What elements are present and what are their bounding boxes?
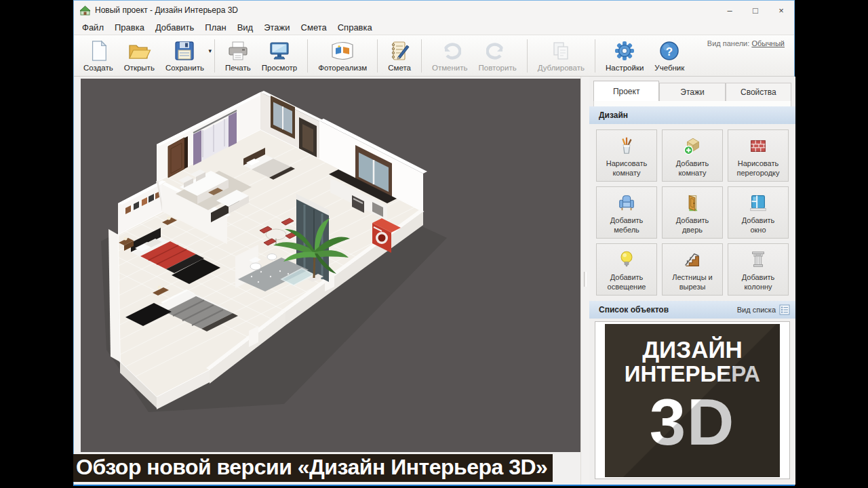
open-project-button[interactable]: Открыть xyxy=(119,37,160,75)
menu-file[interactable]: Файл xyxy=(77,21,109,34)
toolbar-separator xyxy=(527,39,528,73)
new-project-button[interactable]: Создать xyxy=(78,37,119,75)
draw-partition-button[interactable]: Нарисовать перегородку xyxy=(728,129,789,182)
svg-text:?: ? xyxy=(666,45,673,58)
list-view-label: Вид списка xyxy=(737,306,776,314)
panel-splitter[interactable] xyxy=(580,77,589,485)
panel-tabs: Проект Этажи Свойства xyxy=(589,77,795,101)
duplicate-button: Дублировать xyxy=(532,37,590,75)
toolbar: Создать Открыть xyxy=(74,35,794,77)
bidet xyxy=(267,254,277,260)
furniture-armchair-icon xyxy=(616,190,637,215)
monitor-icon xyxy=(268,39,291,63)
panel-view-value-link[interactable]: Обычный xyxy=(751,39,785,47)
door-icon xyxy=(682,190,703,215)
duplicate-icon xyxy=(550,39,572,63)
estimate-notepad-icon xyxy=(389,39,410,63)
menu-estimate[interactable]: Смета xyxy=(296,21,332,34)
tab-content-top xyxy=(593,101,791,106)
photorealism-button[interactable]: Фотореализм xyxy=(313,37,372,75)
print-button[interactable]: Печать xyxy=(220,37,256,75)
new-document-icon xyxy=(88,39,108,63)
logo-line-1: ДИЗАЙН xyxy=(642,338,743,363)
undo-button: Отменить xyxy=(427,37,473,75)
panel-view-label: Вид панели: xyxy=(707,39,749,47)
list-view-icon[interactable] xyxy=(779,304,790,315)
window-icon xyxy=(748,190,768,215)
right-panel: Проект Этажи Свойства Дизайн xyxy=(589,77,795,485)
add-room-icon xyxy=(682,134,703,158)
redo-button: Повторить xyxy=(473,37,522,75)
object-list[interactable]: ДИЗАЙН ИНТЕРЬЕРА 3D xyxy=(595,321,790,479)
open-folder-icon xyxy=(127,39,151,63)
estimate-button[interactable]: Смета xyxy=(382,37,416,75)
logo-line-3: 3D xyxy=(650,391,736,453)
add-door-button[interactable]: Добавить дверь xyxy=(662,186,723,239)
app-house-icon xyxy=(79,5,91,16)
menu-help[interactable]: Справка xyxy=(332,21,378,34)
floorplan-3d-scene xyxy=(81,79,580,452)
preview-button[interactable]: Просмотр xyxy=(256,37,303,75)
tab-floors[interactable]: Этажи xyxy=(659,83,725,101)
settings-button[interactable]: Настройки xyxy=(600,37,649,75)
close-button[interactable]: × xyxy=(768,1,794,20)
objects-section-header: Список объектов Вид списка xyxy=(589,301,795,319)
save-floppy-icon xyxy=(174,39,195,63)
column-icon xyxy=(748,247,768,272)
menu-edit[interactable]: Правка xyxy=(109,21,150,34)
tab-properties[interactable]: Свойства xyxy=(726,83,791,101)
logo-line-2: ИНТЕРЬЕРА xyxy=(625,362,760,386)
menu-plan[interactable]: План xyxy=(199,21,231,34)
add-window-button[interactable]: Добавить окно xyxy=(728,186,789,239)
menu-view[interactable]: Вид xyxy=(232,21,259,34)
add-column-button[interactable]: Добавить колонну xyxy=(728,243,789,296)
menu-bar: Файл Правка Добавить План Вид Этажи Смет… xyxy=(74,20,794,35)
design-section-title: Дизайн xyxy=(599,110,628,120)
add-furniture-button[interactable]: Добавить мебель xyxy=(596,186,657,239)
redo-icon xyxy=(486,39,509,63)
video-caption: Обзор новой версии «Дизайн Интерьера 3D» xyxy=(73,454,553,482)
gear-icon xyxy=(614,39,635,63)
save-dropdown-arrow[interactable]: ▾ xyxy=(209,47,212,54)
help-icon: ? xyxy=(658,39,680,63)
objects-section-title: Список объектов xyxy=(599,305,669,314)
photorealism-icon xyxy=(330,39,355,63)
partition-brick-icon xyxy=(748,134,768,158)
toolbar-separator xyxy=(214,39,215,73)
splitter-grip-icon xyxy=(584,272,587,287)
title-bar: Новый проект - Дизайн Интерьера 3D – □ × xyxy=(74,1,794,20)
toolbar-separator xyxy=(595,39,595,73)
toolbar-separator xyxy=(421,39,422,73)
app-window: Новый проект - Дизайн Интерьера 3D – □ ×… xyxy=(73,0,795,486)
menu-floors[interactable]: Этажи xyxy=(258,21,295,34)
stairs-icon xyxy=(682,247,703,272)
tutorial-button[interactable]: ? Учебник xyxy=(649,37,690,75)
menu-add[interactable]: Добавить xyxy=(150,21,199,34)
add-room-button[interactable]: Добавить комнату xyxy=(662,129,723,182)
panel-view-setting: Вид панели: Обычный xyxy=(707,37,790,75)
add-lighting-button[interactable]: Добавить освещение xyxy=(596,243,657,296)
toilet xyxy=(250,263,261,270)
tab-project[interactable]: Проект xyxy=(593,81,659,101)
minimize-button[interactable]: – xyxy=(717,1,743,20)
printer-icon xyxy=(226,39,250,63)
main-area: Проект Этажи Свойства Дизайн xyxy=(74,77,794,485)
draw-room-icon xyxy=(616,134,637,158)
toolbar-separator xyxy=(307,39,308,73)
3d-viewport[interactable] xyxy=(81,79,580,452)
maximize-button[interactable]: □ xyxy=(743,1,768,20)
program-logo: ДИЗАЙН ИНТЕРЬЕРА 3D xyxy=(605,324,780,477)
save-button[interactable]: ▾ Сохранить xyxy=(160,37,210,75)
toolbar-separator xyxy=(377,39,378,73)
undo-icon xyxy=(438,39,461,63)
video-frame: Новый проект - Дизайн Интерьера 3D – □ ×… xyxy=(0,0,868,488)
design-buttons-grid: Нарисовать комнату xyxy=(589,124,795,301)
design-section-header: Дизайн xyxy=(589,106,795,124)
window-title: Новый проект - Дизайн Интерьера 3D xyxy=(95,5,238,15)
draw-room-button[interactable]: Нарисовать комнату xyxy=(596,129,657,182)
stairs-cutouts-button[interactable]: Лестницы и вырезы xyxy=(662,243,723,296)
light-bulb-icon xyxy=(616,247,637,272)
